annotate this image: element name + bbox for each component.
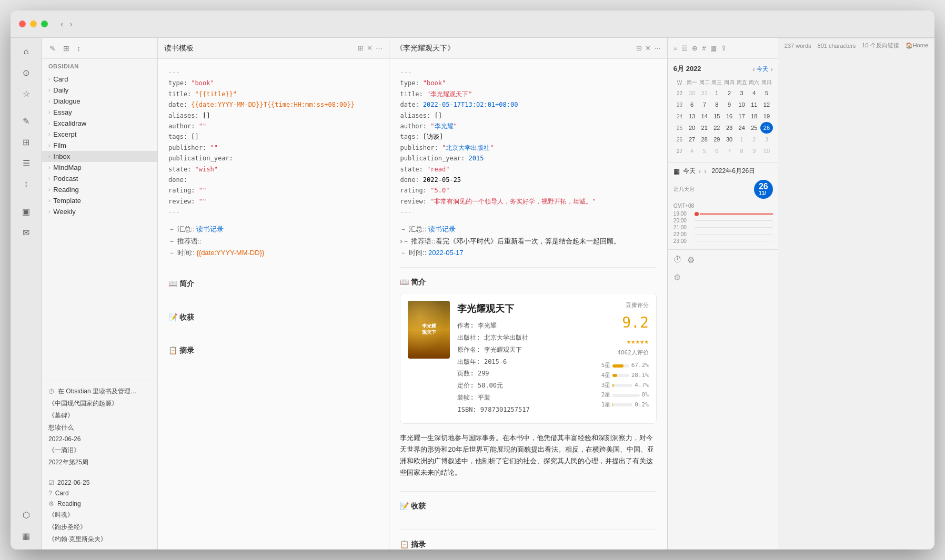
gear-icon[interactable]: ⚙ <box>687 255 695 265</box>
sidebar-item-excerpt[interactable]: › Excerpt <box>42 129 157 140</box>
home-icon[interactable]: ⌂ <box>17 42 36 61</box>
star-icon[interactable]: ☆ <box>17 84 36 103</box>
edit-icon[interactable]: ✎ <box>17 111 36 130</box>
cal-day[interactable]: 9 <box>723 99 736 110</box>
cal-day-today[interactable]: 26 <box>760 122 773 134</box>
cal-day[interactable]: 11 <box>748 99 760 110</box>
close-icon[interactable]: ✕ <box>367 44 373 52</box>
cal-day[interactable]: 8 <box>711 99 723 110</box>
cal-day[interactable]: 14 <box>698 110 711 122</box>
cal-day[interactable]: 18 <box>748 110 760 122</box>
cal-day[interactable]: 31 <box>698 87 711 99</box>
day-view-prev[interactable]: ‹ <box>699 167 701 175</box>
calendar-icon[interactable]: ▦ <box>17 526 36 545</box>
sidebar-item-inbox[interactable]: › Inbox <box>42 151 157 162</box>
cal-day[interactable]: 17 <box>736 110 748 122</box>
more-icon[interactable]: ⋯ <box>654 44 661 52</box>
new-folder-icon[interactable]: ⊞ <box>61 43 72 54</box>
sidebar-item-film[interactable]: › Film <box>42 140 157 151</box>
clock-icon[interactable]: ⏱ <box>673 255 682 265</box>
close-icon[interactable]: ✕ <box>645 44 651 52</box>
link-icon[interactable]: ⊕ <box>691 43 699 53</box>
cal-day[interactable]: 5 <box>698 145 711 157</box>
sidebar-recent-4[interactable]: 2022-06-26 <box>42 434 157 444</box>
sidebar-item-template[interactable]: › Template <box>42 195 157 206</box>
close-button[interactable] <box>19 21 26 27</box>
minimize-button[interactable] <box>30 21 37 27</box>
cal-day[interactable]: 16 <box>723 110 736 122</box>
cal-day[interactable]: 4 <box>748 87 760 99</box>
calendar-prev[interactable]: ‹ <box>752 65 755 73</box>
new-note-icon[interactable]: ✎ <box>47 43 58 54</box>
file-icon[interactable]: ☰ <box>17 154 36 172</box>
sort-icon[interactable]: ↕ <box>75 43 83 54</box>
sidebar-item-excalidraw[interactable]: › Excalidraw <box>42 118 157 129</box>
cal-day[interactable]: 10 <box>736 99 748 110</box>
cal-day[interactable]: 9 <box>748 145 760 157</box>
bullet-icon[interactable]: ≡ <box>672 43 679 53</box>
right-panel-scroll[interactable]: 6月 2022 ‹ 今天 › W 周一 <box>668 59 778 549</box>
cal-day[interactable]: 25 <box>748 122 760 134</box>
graph-icon[interactable]: ⬡ <box>17 505 36 524</box>
cal-day[interactable]: 2 <box>748 134 760 145</box>
search-icon[interactable]: ⊙ <box>17 63 36 82</box>
list-icon[interactable]: ☰ <box>680 43 689 53</box>
sidebar-recent-5[interactable]: 《一滴泪》 <box>42 444 157 456</box>
sidebar-recent-6[interactable]: 2022年第25周 <box>42 456 157 469</box>
sidebar-recent-1[interactable]: 《中国现代国家的起源》 <box>42 398 157 410</box>
sidebar-item-podcast[interactable]: › Podcast <box>42 173 157 184</box>
calendar-icon[interactable]: ▦ <box>709 43 718 53</box>
sidebar-bottom2-2[interactable]: ⚙ Reading <box>42 498 157 509</box>
cal-day[interactable]: 4 <box>686 145 698 157</box>
cal-day[interactable]: 1 <box>736 134 748 145</box>
forward-button[interactable]: › <box>67 18 74 30</box>
sidebar-recent-0[interactable]: ⏱ 在 Obsidian 里读书及管理… <box>42 385 157 398</box>
sidebar-item-daily[interactable]: › Daily <box>42 85 157 96</box>
sidebar-bottom2-3[interactable]: 《叫魂》 <box>42 509 157 521</box>
cal-day[interactable]: 23 <box>723 122 736 134</box>
sidebar-recent-2[interactable]: 《墓碑》 <box>42 410 157 422</box>
cal-day[interactable]: 22 <box>711 122 723 134</box>
gear-icon-2[interactable]: ⚙ <box>673 273 681 282</box>
sidebar-bottom2-4[interactable]: 《跑步圣经》 <box>42 521 157 533</box>
cal-day[interactable]: 2 <box>723 87 736 99</box>
share-icon[interactable]: ⇪ <box>720 43 728 53</box>
tag-icon[interactable]: # <box>701 43 707 53</box>
cal-day[interactable]: 30 <box>686 87 698 99</box>
sidebar-item-reading[interactable]: › Reading <box>42 184 157 195</box>
more-icon[interactable]: ⋯ <box>376 44 383 52</box>
cal-day[interactable]: 8 <box>736 145 748 157</box>
cal-day[interactable]: 21 <box>698 122 711 134</box>
sidebar-item-weekly[interactable]: › Weekly <box>42 206 157 217</box>
cal-day[interactable]: 3 <box>760 134 773 145</box>
sidebar-item-essay[interactable]: › Essay <box>42 107 157 118</box>
sidebar-bottom2-0[interactable]: ☑ 2022-06-25 <box>42 477 157 488</box>
cal-day[interactable]: 27 <box>686 134 698 145</box>
cal-day[interactable]: 19 <box>760 110 773 122</box>
back-button[interactable]: ‹ <box>58 18 65 30</box>
cal-day[interactable]: 15 <box>711 110 723 122</box>
sidebar-item-mindmap[interactable]: › MindMap <box>42 162 157 173</box>
view-icon[interactable]: ⊞ <box>358 44 364 52</box>
left-pane-content[interactable]: --- type: "book" title: "{{title}}" date… <box>158 59 389 549</box>
fullscreen-button[interactable] <box>41 21 48 27</box>
sort-icon[interactable]: ↕ <box>17 175 36 194</box>
mail-icon[interactable]: ✉ <box>17 223 36 242</box>
cal-day[interactable]: 24 <box>736 122 748 134</box>
cal-day[interactable]: 28 <box>698 134 711 145</box>
page-icon[interactable]: ▣ <box>17 202 36 221</box>
cal-day[interactable]: 6 <box>711 145 723 157</box>
sidebar-recent-3[interactable]: 想读什么 <box>42 422 157 434</box>
cal-day[interactable]: 29 <box>711 134 723 145</box>
day-view-next[interactable]: › <box>704 167 706 175</box>
sidebar-item-dialogue[interactable]: › Dialogue <box>42 96 157 107</box>
cal-day[interactable]: 20 <box>686 122 698 134</box>
cal-day[interactable]: 10 <box>760 145 773 157</box>
cal-day[interactable]: 6 <box>686 99 698 110</box>
folder-icon[interactable]: ⊞ <box>17 133 36 151</box>
cal-day[interactable]: 12 <box>760 99 773 110</box>
calendar-next[interactable]: › <box>770 65 772 73</box>
sidebar-item-card[interactable]: › Card <box>42 74 157 85</box>
cal-day[interactable]: 5 <box>760 87 773 99</box>
home-link[interactable]: 🏠Home <box>906 42 928 49</box>
